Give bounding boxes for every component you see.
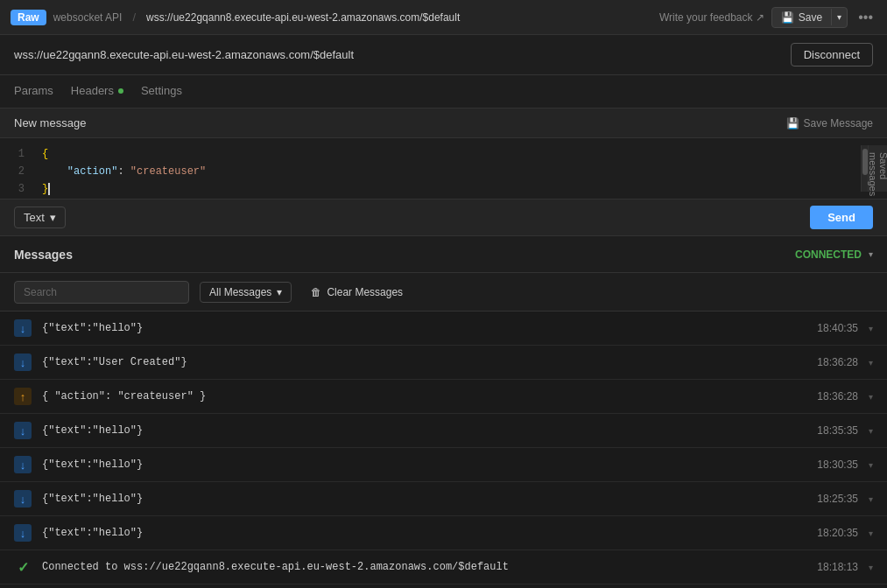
code-content[interactable]: { "action": "createuser" } bbox=[35, 145, 861, 192]
all-messages-dropdown[interactable]: All Messages ▾ bbox=[200, 282, 292, 303]
filter-bar: All Messages ▾ 🗑 Clear Messages bbox=[0, 273, 887, 312]
message-content: {"text":"hello"} bbox=[42, 527, 806, 539]
message-content: {"text":"hello"} bbox=[42, 458, 806, 471]
message-row[interactable]: ✓ Connected to wss://ue22gqann8.execute-… bbox=[0, 550, 887, 584]
message-direction-icon: ↓ bbox=[14, 490, 32, 508]
message-list: ↓ {"text":"hello"} 18:40:35 ▾ ↓ {"text":… bbox=[0, 312, 887, 584]
message-row[interactable]: ↓ {"text":"User Created"} 18:36:28 ▾ bbox=[0, 346, 887, 380]
expand-icon[interactable]: ▾ bbox=[869, 392, 873, 402]
message-direction-icon: ↓ bbox=[14, 319, 32, 337]
message-row[interactable]: ↓ {"text":"hello"} 18:40:35 ▾ bbox=[0, 312, 887, 346]
connected-dot bbox=[118, 88, 123, 94]
message-timestamp: 18:40:35 bbox=[817, 322, 858, 334]
url-bar: wss://ue22gqann8.execute-api.eu-west-2.a… bbox=[0, 35, 887, 75]
tab-params[interactable]: Params bbox=[14, 77, 53, 106]
message-row[interactable]: ↓ {"text":"hello"} 18:35:35 ▾ bbox=[0, 414, 887, 448]
message-timestamp: 18:18:13 bbox=[817, 561, 858, 573]
message-direction-icon: ↓ bbox=[14, 422, 32, 439]
disconnect-button[interactable]: Disconnect bbox=[791, 43, 873, 66]
saved-messages-tab[interactable]: Saved messages bbox=[868, 145, 887, 192]
expand-icon[interactable]: ▾ bbox=[869, 358, 873, 368]
scrollbar-thumb bbox=[862, 149, 868, 175]
message-timestamp: 18:30:35 bbox=[817, 458, 858, 471]
expand-icon[interactable]: ▾ bbox=[869, 563, 873, 572]
top-bar-actions: Write your feedback ↗ 💾 Save ▾ ••• bbox=[659, 7, 876, 28]
expand-icon[interactable]: ▾ bbox=[869, 528, 873, 538]
message-direction-icon: ↓ bbox=[14, 354, 32, 371]
chevron-down-icon[interactable]: ▾ bbox=[869, 249, 873, 259]
message-timestamp: 18:20:35 bbox=[817, 527, 858, 539]
new-message-title: New message bbox=[14, 116, 86, 130]
top-bar-url: wss://ue22gqann8.execute-api.eu-west-2.a… bbox=[146, 11, 652, 24]
trash-icon: 🗑 bbox=[311, 286, 321, 298]
message-content: { "action": "createuser" } bbox=[42, 390, 806, 402]
message-content: Connected to wss://ue22gqann8.execute-ap… bbox=[42, 561, 806, 573]
message-timestamp: 18:35:35 bbox=[817, 424, 858, 437]
save-message-icon: 💾 bbox=[786, 117, 799, 130]
line-numbers: 1 2 3 bbox=[0, 145, 35, 192]
editor-scrollbar[interactable] bbox=[861, 145, 868, 192]
more-options-button[interactable]: ••• bbox=[855, 10, 876, 25]
messages-header: Messages CONNECTED ▾ bbox=[0, 236, 887, 273]
save-dropdown-button[interactable]: ▾ bbox=[831, 9, 847, 25]
message-row[interactable]: ↓ {"text":"hello"} 18:20:35 ▾ bbox=[0, 516, 887, 550]
tab-bar: Params Headers Settings bbox=[0, 75, 887, 108]
expand-icon[interactable]: ▾ bbox=[869, 460, 873, 470]
clear-messages-button[interactable]: 🗑 Clear Messages bbox=[302, 283, 412, 302]
expand-icon[interactable]: ▾ bbox=[869, 426, 873, 436]
message-timestamp: 18:25:35 bbox=[817, 493, 858, 505]
top-bar: Raw websocket API / wss://ue22gqann8.exe… bbox=[0, 0, 887, 35]
message-direction-icon: ✓ bbox=[14, 558, 32, 576]
connection-url: wss://ue22gqann8.execute-api.eu-west-2.a… bbox=[14, 48, 354, 61]
expand-icon[interactable]: ▾ bbox=[869, 324, 873, 333]
message-content: {"text":"hello"} bbox=[42, 424, 806, 437]
message-direction-icon: ↓ bbox=[14, 456, 32, 473]
new-message-header: New message 💾 Save Message bbox=[0, 108, 887, 138]
save-button-group: 💾 Save ▾ bbox=[771, 7, 848, 28]
raw-badge[interactable]: Raw bbox=[11, 10, 46, 25]
message-timestamp: 18:36:28 bbox=[817, 356, 858, 368]
message-row[interactable]: ↓ {"text":"hello"} 18:30:35 ▾ bbox=[0, 448, 887, 482]
message-content: {"text":"hello"} bbox=[42, 322, 806, 334]
tab-settings[interactable]: Settings bbox=[141, 77, 182, 106]
feedback-link[interactable]: Write your feedback ↗ bbox=[659, 11, 764, 24]
tab-headers[interactable]: Headers bbox=[71, 77, 123, 106]
send-button[interactable]: Send bbox=[810, 206, 873, 229]
message-direction-icon: ↓ bbox=[14, 524, 32, 542]
messages-status: CONNECTED ▾ bbox=[795, 248, 873, 261]
message-timestamp: 18:36:28 bbox=[817, 390, 858, 402]
search-input[interactable] bbox=[14, 281, 189, 304]
save-button[interactable]: 💾 Save bbox=[772, 8, 831, 27]
api-label: websocket API bbox=[53, 11, 123, 24]
editor-toolbar: Text ▾ Send bbox=[0, 200, 887, 236]
message-content: {"text":"hello"} bbox=[42, 493, 806, 505]
message-direction-icon: ↑ bbox=[14, 388, 32, 405]
message-row[interactable]: ↑ { "action": "createuser" } 18:36:28 ▾ bbox=[0, 380, 887, 414]
breadcrumb-separator: / bbox=[132, 10, 136, 24]
connected-badge: CONNECTED bbox=[795, 248, 862, 261]
text-format-dropdown[interactable]: Text ▾ bbox=[14, 206, 66, 228]
save-message-button[interactable]: 💾 Save Message bbox=[786, 117, 873, 130]
message-content: {"text":"User Created"} bbox=[42, 356, 806, 368]
messages-title: Messages bbox=[14, 248, 73, 262]
code-editor[interactable]: 1 2 3 { "action": "createuser" } Saved m… bbox=[0, 138, 887, 200]
chevron-down-icon: ▾ bbox=[277, 286, 282, 298]
save-icon: 💾 bbox=[781, 11, 794, 24]
message-row[interactable]: ↓ {"text":"hello"} 18:25:35 ▾ bbox=[0, 482, 887, 516]
chevron-down-icon: ▾ bbox=[50, 211, 56, 224]
expand-icon[interactable]: ▾ bbox=[869, 494, 873, 504]
